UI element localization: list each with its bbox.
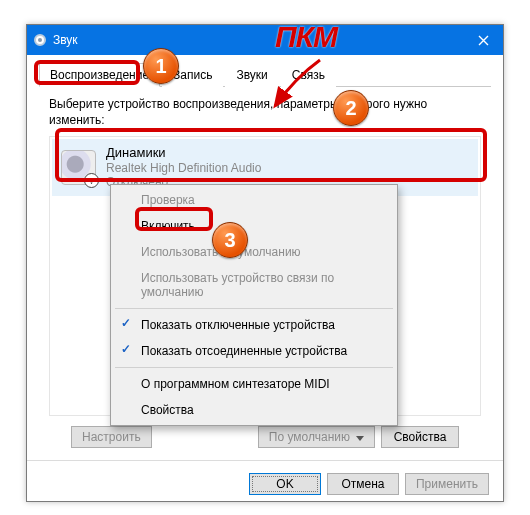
- arrow-icon: [265, 58, 325, 118]
- context-menu: Проверка Включить Использовать по умолча…: [110, 184, 398, 426]
- device-driver: Realtek High Definition Audio: [106, 161, 261, 175]
- ctx-set-default-comm: Использовать устройство связи по умолчан…: [113, 265, 395, 305]
- separator: [115, 308, 393, 309]
- overlay-pkm-label: ПКМ: [275, 20, 337, 54]
- tab-playback[interactable]: Воспроизведение: [39, 63, 160, 87]
- device-name: Динамики: [106, 145, 261, 161]
- ok-button[interactable]: OK: [249, 473, 321, 495]
- ctx-enable[interactable]: Включить: [113, 213, 395, 239]
- properties-button[interactable]: Свойства: [381, 426, 459, 448]
- configure-button: Настроить: [71, 426, 152, 448]
- dialog-button-row: OK Отмена Применить: [27, 460, 503, 507]
- ctx-midi-info[interactable]: О программном синтезаторе MIDI: [113, 371, 395, 397]
- ctx-properties[interactable]: Свойства: [113, 397, 395, 423]
- apply-button: Применить: [405, 473, 489, 495]
- close-button[interactable]: [463, 25, 503, 55]
- separator: [115, 367, 393, 368]
- badge-3: 3: [212, 222, 248, 258]
- badge-1: 1: [143, 48, 179, 84]
- ctx-show-disabled[interactable]: Показать отключенные устройства: [113, 312, 395, 338]
- window-title: Звук: [53, 33, 78, 47]
- badge-2: 2: [333, 90, 369, 126]
- titlebar[interactable]: Звук: [27, 25, 503, 55]
- speaker-icon: ↓: [61, 150, 96, 185]
- default-button: По умолчанию: [258, 426, 375, 448]
- cancel-button[interactable]: Отмена: [327, 473, 399, 495]
- ctx-set-default: Использовать по умолчанию: [113, 239, 395, 265]
- ctx-show-disconnected[interactable]: Показать отсоединенные устройства: [113, 338, 395, 364]
- chevron-down-icon: [356, 436, 364, 441]
- sound-app-icon: [33, 33, 47, 47]
- ctx-test: Проверка: [113, 187, 395, 213]
- svg-point-1: [38, 38, 42, 42]
- down-arrow-badge-icon: ↓: [84, 173, 99, 188]
